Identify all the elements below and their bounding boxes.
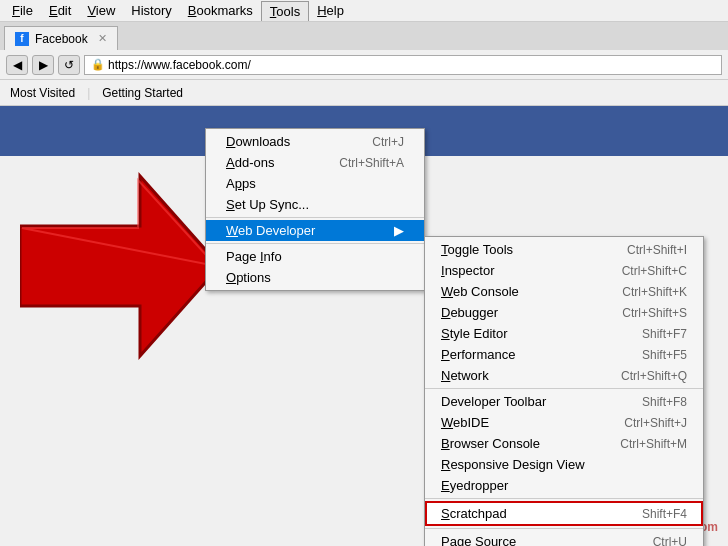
dropdown-overlay: Downloads Ctrl+J Add-ons Ctrl+Shift+A Ap… — [0, 128, 728, 546]
browser-console-label: Browser Console — [441, 436, 600, 451]
webdev-sep-3 — [425, 528, 703, 529]
menu-network[interactable]: Network Ctrl+Shift+Q — [425, 365, 703, 386]
scratchpad-shortcut: Shift+F4 — [642, 507, 687, 521]
browser-console-shortcut: Ctrl+Shift+M — [620, 437, 687, 451]
responsive-design-label: Responsive Design View — [441, 457, 667, 472]
style-editor-shortcut: Shift+F7 — [642, 327, 687, 341]
menu-apps[interactable]: Apps — [206, 173, 424, 194]
bookmark-most-visited[interactable]: Most Visited — [6, 85, 79, 101]
address-input[interactable]: 🔒 https://www.facebook.com/ — [84, 55, 722, 75]
bookmarks-bar: Most Visited | Getting Started — [0, 80, 728, 106]
debugger-label: Debugger — [441, 305, 602, 320]
menu-file[interactable]: File — [4, 1, 41, 20]
bookmark-separator: | — [87, 86, 90, 100]
options-label: Options — [226, 270, 404, 285]
webide-label: WebIDE — [441, 415, 604, 430]
menu-style-editor[interactable]: Style Editor Shift+F7 — [425, 323, 703, 344]
webdev-sep-2 — [425, 498, 703, 499]
menu-sep-1 — [206, 217, 424, 218]
menu-setup-sync[interactable]: Set Up Sync... — [206, 194, 424, 215]
menu-page-info[interactable]: Page Info — [206, 246, 424, 267]
developer-toolbar-label: Developer Toolbar — [441, 394, 622, 409]
debugger-shortcut: Ctrl+Shift+S — [622, 306, 687, 320]
network-label: Network — [441, 368, 601, 383]
network-shortcut: Ctrl+Shift+Q — [621, 369, 687, 383]
facebook-favicon: f — [15, 32, 29, 46]
page-source-label: Page Source — [441, 534, 633, 546]
lock-icon: 🔒 — [91, 58, 105, 71]
menu-downloads[interactable]: Downloads Ctrl+J — [206, 131, 424, 152]
addons-shortcut: Ctrl+Shift+A — [339, 156, 404, 170]
performance-label: Performance — [441, 347, 622, 362]
developer-toolbar-shortcut: Shift+F8 — [642, 395, 687, 409]
scratchpad-label: Scratchpad — [441, 506, 622, 521]
content-area: Downloads Ctrl+J Add-ons Ctrl+Shift+A Ap… — [0, 106, 728, 546]
downloads-label: Downloads — [226, 134, 352, 149]
page-source-shortcut: Ctrl+U — [653, 535, 687, 547]
tab-bar: f Facebook ✕ — [0, 22, 728, 50]
submenu-arrow: ▶ — [394, 223, 404, 238]
back-button[interactable]: ◀ — [6, 55, 28, 75]
performance-shortcut: Shift+F5 — [642, 348, 687, 362]
downloads-shortcut: Ctrl+J — [372, 135, 404, 149]
menu-view[interactable]: View — [79, 1, 123, 20]
menu-bar: File Edit View History Bookmarks Tools H… — [0, 0, 728, 22]
setup-sync-label: Set Up Sync... — [226, 197, 404, 212]
webide-shortcut: Ctrl+Shift+J — [624, 416, 687, 430]
menu-edit[interactable]: Edit — [41, 1, 79, 20]
web-console-label: Web Console — [441, 284, 602, 299]
web-developer-label: Web Developer — [226, 223, 386, 238]
addons-label: Add-ons — [226, 155, 319, 170]
web-developer-menu: Toggle Tools Ctrl+Shift+I Inspector Ctrl… — [424, 236, 704, 546]
eyedropper-label: Eyedropper — [441, 478, 687, 493]
menu-bookmarks[interactable]: Bookmarks — [180, 1, 261, 20]
forward-button[interactable]: ▶ — [32, 55, 54, 75]
menu-web-developer[interactable]: Web Developer ▶ — [206, 220, 424, 241]
menu-developer-toolbar[interactable]: Developer Toolbar Shift+F8 — [425, 391, 703, 412]
web-console-shortcut: Ctrl+Shift+K — [622, 285, 687, 299]
inspector-shortcut: Ctrl+Shift+C — [622, 264, 687, 278]
menu-inspector[interactable]: Inspector Ctrl+Shift+C — [425, 260, 703, 281]
tab-title: Facebook — [35, 32, 88, 46]
toggle-tools-shortcut: Ctrl+Shift+I — [627, 243, 687, 257]
address-bar: ◀ ▶ ↺ 🔒 https://www.facebook.com/ — [0, 50, 728, 80]
webdev-sep-1 — [425, 388, 703, 389]
menu-help[interactable]: Help — [309, 1, 352, 20]
menu-history[interactable]: History — [123, 1, 179, 20]
tools-menu: Downloads Ctrl+J Add-ons Ctrl+Shift+A Ap… — [205, 128, 425, 291]
inspector-label: Inspector — [441, 263, 602, 278]
menu-performance[interactable]: Performance Shift+F5 — [425, 344, 703, 365]
menu-options[interactable]: Options — [206, 267, 424, 288]
style-editor-label: Style Editor — [441, 326, 622, 341]
menu-scratchpad[interactable]: Scratchpad Shift+F4 — [425, 501, 703, 526]
reload-button[interactable]: ↺ — [58, 55, 80, 75]
address-url: https://www.facebook.com/ — [108, 58, 251, 72]
menu-tools[interactable]: Tools — [261, 1, 309, 21]
menu-web-console[interactable]: Web Console Ctrl+Shift+K — [425, 281, 703, 302]
apps-label: Apps — [226, 176, 404, 191]
menu-responsive-design[interactable]: Responsive Design View — [425, 454, 703, 475]
page-info-label: Page Info — [226, 249, 404, 264]
browser-window: File Edit View History Bookmarks Tools H… — [0, 0, 728, 546]
menu-toggle-tools[interactable]: Toggle Tools Ctrl+Shift+I — [425, 239, 703, 260]
menu-eyedropper[interactable]: Eyedropper — [425, 475, 703, 496]
menu-webide[interactable]: WebIDE Ctrl+Shift+J — [425, 412, 703, 433]
menu-addons[interactable]: Add-ons Ctrl+Shift+A — [206, 152, 424, 173]
menu-debugger[interactable]: Debugger Ctrl+Shift+S — [425, 302, 703, 323]
tab-close-button[interactable]: ✕ — [98, 32, 107, 45]
menu-sep-2 — [206, 243, 424, 244]
bookmark-getting-started[interactable]: Getting Started — [98, 85, 187, 101]
tab-facebook[interactable]: f Facebook ✕ — [4, 26, 118, 50]
toggle-tools-label: Toggle Tools — [441, 242, 607, 257]
menu-page-source[interactable]: Page Source Ctrl+U — [425, 531, 703, 546]
menu-browser-console[interactable]: Browser Console Ctrl+Shift+M — [425, 433, 703, 454]
